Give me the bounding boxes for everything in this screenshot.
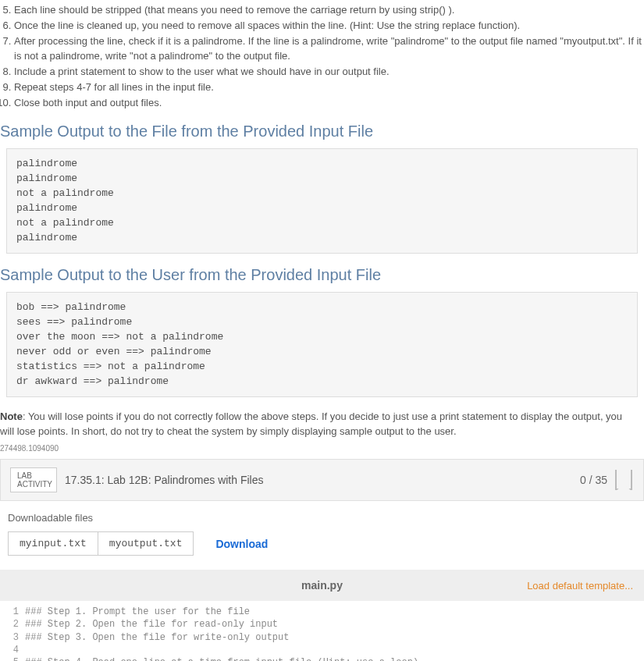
instruction-step: Close both input and output files.	[14, 96, 644, 110]
editor-filename: main.py	[301, 579, 343, 592]
line-number: 5	[0, 656, 25, 661]
code-editor[interactable]: 1### Step 1. Prompt the user for the fil…	[0, 601, 644, 661]
instruction-steps: Each line should be stripped (that means…	[14, 3, 644, 110]
lab-activity-bar: LAB ACTIVITY 17.35.1: Lab 12B: Palindrom…	[0, 459, 644, 501]
download-file-myoutput[interactable]: myoutput.txt	[98, 531, 194, 556]
lab-tag-line2: ACTIVITY	[17, 480, 50, 489]
content-id: 274498.1094090	[0, 444, 644, 453]
lab-score: 0 / 35	[580, 474, 607, 486]
sample-user-output: bob ==> palindrome sees ==> palindrome o…	[6, 292, 638, 397]
note-label: Note	[0, 410, 23, 422]
note-text: : You will lose points if you do not cor…	[0, 410, 622, 437]
download-file-myinput[interactable]: myinput.txt	[8, 531, 98, 556]
load-default-template-link[interactable]: Load default template...	[527, 580, 633, 592]
note-paragraph: Note: You will lose points if you do not…	[0, 410, 638, 439]
code-line[interactable]: 1### Step 1. Prompt the user for the fil…	[0, 606, 644, 618]
code-line[interactable]: 3### Step 3. Open the file for write-onl…	[0, 631, 644, 644]
line-number: 4	[0, 644, 25, 656]
instruction-step: Once the line is cleaned up, you need to…	[14, 19, 644, 33]
code-line[interactable]: 2### Step 2. Open the file for read-only…	[0, 618, 644, 631]
code-text[interactable]: ### Step 4. Read one line at a time from…	[25, 656, 418, 661]
instruction-step: Repeat steps 4-7 for all lines in the in…	[14, 80, 644, 94]
instruction-step: Include a print statement to show to the…	[14, 65, 644, 79]
line-number: 2	[0, 618, 25, 631]
sample-file-output: palindrome palindrome not a palindrome p…	[6, 148, 638, 254]
instruction-step: After processing the line, check if it i…	[14, 34, 644, 62]
code-text[interactable]: ### Step 1. Prompt the user for the file	[25, 606, 250, 618]
editor-header: main.py Load default template...	[0, 570, 644, 601]
code-line[interactable]: 5### Step 4. Read one line at a time fro…	[0, 656, 644, 661]
downloadable-files-row: myinput.txt myoutput.txt Download	[8, 531, 644, 556]
line-number: 1	[0, 606, 25, 618]
instruction-step: Each line should be stripped (that means…	[14, 3, 644, 17]
bookmark-icon[interactable]	[615, 470, 632, 490]
sample-user-heading: Sample Output to the User from the Provi…	[0, 266, 644, 284]
lab-title: 17.35.1: Lab 12B: Palindromes with Files	[65, 474, 580, 486]
download-link[interactable]: Download	[215, 538, 268, 550]
downloadable-files-label: Downloadable files	[8, 512, 644, 524]
code-text[interactable]: ### Step 3. Open the file for write-only…	[25, 631, 289, 644]
code-text[interactable]: ### Step 2. Open the file for read-only …	[25, 618, 278, 631]
lab-tag: LAB ACTIVITY	[10, 467, 57, 492]
lab-tag-line1: LAB	[17, 471, 50, 480]
line-number: 3	[0, 631, 25, 644]
code-line[interactable]: 4	[0, 644, 644, 656]
sample-file-heading: Sample Output to the File from the Provi…	[0, 123, 644, 140]
